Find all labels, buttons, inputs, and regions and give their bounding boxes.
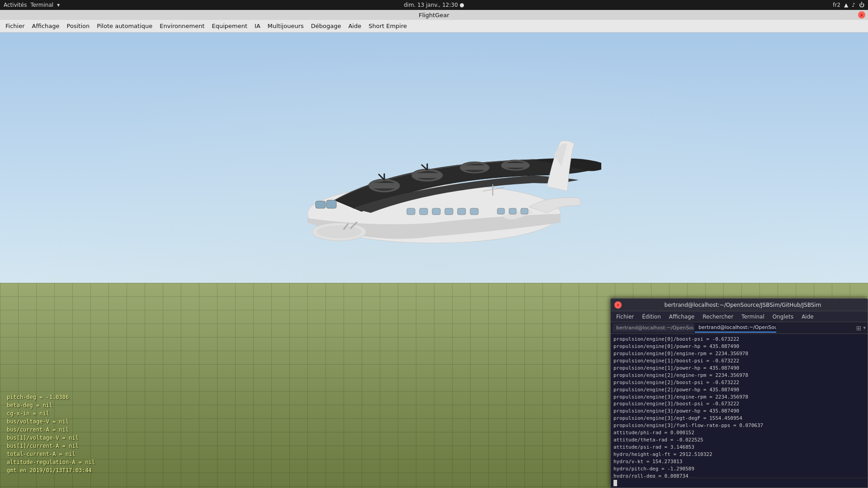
menu-position[interactable]: Position (63, 21, 94, 31)
menu-ia[interactable]: IA (251, 21, 264, 31)
terminal-tab-2[interactable]: bertrand@localhost:~/OpenSource/J... × (695, 323, 776, 333)
power-icon: ⏻ (859, 2, 864, 8)
hud-line: bus/current-A = nil (7, 426, 95, 434)
hud-line: total-current-A = nil (7, 450, 95, 458)
flightgear-titlebar: FlightGear × (0, 10, 868, 20)
terminal-tab-actions: ⊞ ▾ (856, 324, 866, 332)
terminal-line: propulsion/engine[3]/engine-rpm = 2234.3… (613, 394, 865, 401)
terminal-new-tab-icon[interactable]: ⊞ (856, 324, 862, 332)
terminal-app-button[interactable]: Terminal (30, 2, 53, 8)
terminal-menubar: Fichier Édition Affichage Rechercher Ter… (611, 311, 868, 322)
terminal-line: hydro/height-agl-ft = 2912.510322 (613, 451, 865, 458)
terminal-dropdown-arrow[interactable]: ▾ (57, 2, 60, 8)
terminal-line: hydro/pitch-deg = -1.290589 (613, 465, 865, 473)
terminal-line: hydro/v-kt = 154.273813 (613, 458, 865, 465)
terminal-tab-dropdown-icon[interactable]: ▾ (863, 325, 866, 331)
terminal-line: propulsion/engine[1]/boost-psi = -0.6732… (613, 357, 865, 365)
terminal-menu-onglets[interactable]: Onglets (769, 313, 797, 321)
system-datetime: dim. 13 janv., 12:30 ● (404, 2, 464, 8)
menu-debogage[interactable]: Débogage (307, 21, 345, 31)
terminal-line: attitude/psi-rad = 3.146853 (613, 444, 865, 451)
svg-rect-23 (432, 208, 440, 215)
terminal-input-line[interactable] (611, 478, 868, 488)
menu-multijoueurs[interactable]: Multijoueurs (264, 21, 307, 31)
hud-line: cg-x-in = nil (7, 409, 95, 418)
terminal-line: propulsion/engine[2]/boost-psi = -0.6732… (613, 379, 865, 386)
flightgear-menubar: Fichier Affichage Position Pilote automa… (0, 20, 868, 33)
aircraft-model (217, 101, 601, 282)
hud-overlay: pitch-deg = -1.0386 beta-deg = nil cg-x-… (7, 393, 95, 474)
hud-line: bus/voltage-V = nil (7, 418, 95, 426)
wifi-icon: ▲ (844, 2, 848, 8)
terminal-line: propulsion/engine[1]/power-hp = 435.0874… (613, 365, 865, 372)
terminal-title: bertrand@localhost:~/OpenSource/JSBSim/G… (622, 302, 864, 308)
svg-rect-30 (316, 201, 326, 208)
terminal-menu-aide[interactable]: Aide (798, 313, 817, 321)
flightgear-title: FlightGear (419, 12, 449, 19)
svg-rect-26 (470, 208, 478, 215)
menu-environnement[interactable]: Environnement (156, 21, 208, 31)
terminal-tabs: bertrand@localhost:~/OpenSource/Fl... × … (611, 322, 868, 334)
terminal-line: attitude/theta-rad = -0.022525 (613, 436, 865, 444)
activities-button[interactable]: Activités (4, 2, 27, 8)
svg-rect-24 (445, 208, 453, 215)
svg-rect-22 (420, 208, 428, 215)
svg-rect-13 (462, 165, 487, 170)
terminal-tab-2-label: bertrand@localhost:~/OpenSource/J... (698, 324, 776, 330)
terminal-content[interactable]: propulsion/engine[0]/boost-psi = -0.6732… (611, 334, 868, 478)
terminal-line: propulsion/engine[2]/engine-rpm = 2234.3… (613, 372, 865, 379)
svg-rect-8 (414, 173, 441, 178)
terminal-close-btn[interactable]: × (614, 301, 622, 309)
menu-short-empire[interactable]: Short Empire (365, 21, 410, 31)
svg-rect-28 (509, 208, 516, 214)
terminal-tab-1[interactable]: bertrand@localhost:~/OpenSource/Fl... × (613, 324, 694, 332)
flightgear-window: FlightGear × Fichier Affichage Position … (0, 10, 868, 488)
hud-line: bus[1]/voltage-V = nil (7, 434, 95, 442)
terminal-window: × bertrand@localhost:~/OpenSource/JSBSim… (610, 298, 868, 488)
hud-line: gmt en 2019/01/13T17:03:44 (7, 466, 95, 474)
terminal-menu-terminal[interactable]: Terminal (738, 313, 768, 321)
menu-equipement[interactable]: Equipement (208, 21, 251, 31)
menu-fichier[interactable]: Fichier (2, 21, 28, 31)
terminal-line: propulsion/engine[0]/power-hp = 435.0874… (613, 343, 865, 350)
terminal-line: propulsion/engine[3]/boost-psi = -0.6732… (613, 400, 865, 408)
svg-rect-21 (407, 208, 415, 215)
system-bar: Activités Terminal ▾ dim. 13 janv., 12:3… (0, 0, 868, 10)
terminal-line: propulsion/engine[3]/fuel-flow-rate-pps … (613, 422, 865, 429)
menu-pilote-automatique[interactable]: Pilote automatique (93, 21, 156, 31)
hud-line: beta-deg = nil (7, 401, 95, 409)
svg-point-18 (316, 225, 362, 238)
hud-line: pitch-deg = -1.0386 (7, 393, 95, 401)
terminal-line: hydro/roll-deg = 0.008734 (613, 473, 865, 478)
menu-affichage[interactable]: Affichage (28, 21, 63, 31)
system-lang: fr2 (833, 2, 840, 8)
terminal-line: attitude/phi-rad = 0.000152 (613, 429, 865, 436)
svg-rect-29 (521, 208, 528, 214)
terminal-menu-rechercher[interactable]: Rechercher (699, 313, 737, 321)
terminal-line: propulsion/engine[3]/power-hp = 435.0874… (613, 408, 865, 415)
svg-rect-25 (458, 208, 466, 215)
flightgear-close-button[interactable]: × (858, 11, 865, 19)
terminal-titlebar: × bertrand@localhost:~/OpenSource/JSBSim… (611, 299, 868, 311)
sound-icon: ♪ (852, 2, 855, 8)
svg-rect-31 (326, 200, 336, 208)
svg-rect-16 (504, 163, 527, 168)
terminal-menu-fichier[interactable]: Fichier (613, 313, 637, 321)
hud-line: bus[1]/current-A = nil (7, 442, 95, 450)
terminal-line: propulsion/engine[3]/egt-degF = 1554.450… (613, 415, 865, 422)
terminal-menu-affichage[interactable]: Affichage (665, 313, 698, 321)
svg-rect-3 (371, 183, 398, 188)
terminal-line: propulsion/engine[0]/boost-psi = -0.6732… (613, 336, 865, 343)
terminal-line: propulsion/engine[0]/engine-rpm = 2234.3… (613, 350, 865, 357)
terminal-cursor (613, 480, 617, 486)
terminal-line: propulsion/engine[2]/power-hp = 435.0874… (613, 386, 865, 394)
menu-aide[interactable]: Aide (344, 21, 365, 31)
terminal-tab-1-label: bertrand@localhost:~/OpenSource/Fl... (616, 325, 694, 331)
hud-line: altitude-regulation-A = nil (7, 458, 95, 466)
terminal-menu-edition[interactable]: Édition (638, 313, 665, 321)
svg-rect-27 (497, 208, 505, 214)
